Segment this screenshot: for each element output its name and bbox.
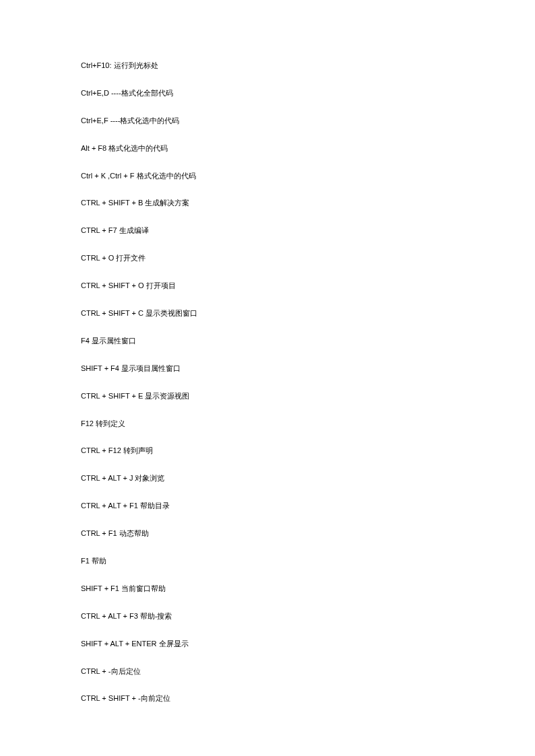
document-content: Ctrl+F10: 运行到光标处 Ctrl+E,D ----格式化全部代码 Ct… xyxy=(81,61,454,704)
shortcut-line: CTRL + F1 动态帮助 xyxy=(81,528,454,539)
shortcut-line: CTRL + ALT + F3 帮助-搜索 xyxy=(81,611,454,621)
shortcut-line: CTRL + F7 生成编译 xyxy=(81,226,454,236)
shortcut-line: CTRL + ALT + F1 帮助目录 xyxy=(81,501,454,511)
shortcut-line: CTRL + SHIFT + B 生成解决方案 xyxy=(81,198,454,208)
shortcut-line: Ctrl + K ,Ctrl + F 格式化选中的代码 xyxy=(81,171,454,181)
shortcut-line: CTRL + SHIFT + C 显示类视图窗口 xyxy=(81,308,454,318)
shortcut-line: Ctrl+F10: 运行到光标处 xyxy=(81,61,454,71)
shortcut-line: CTRL + SHIFT + O 打开项目 xyxy=(81,281,454,291)
shortcut-line: Ctrl+E,F ----格式化选中的代码 xyxy=(81,116,454,126)
shortcut-line: CTRL + -向后定位 xyxy=(81,666,454,677)
shortcut-line: CTRL + O 打开文件 xyxy=(81,253,454,263)
shortcut-line: CTRL + SHIFT + -向前定位 xyxy=(81,693,454,703)
shortcut-line: Ctrl+E,D ----格式化全部代码 xyxy=(81,88,454,98)
shortcut-line: SHIFT + F4 显示项目属性窗口 xyxy=(81,364,454,374)
shortcut-line: F12 转到定义 xyxy=(81,419,454,429)
shortcut-line: F4 显示属性窗口 xyxy=(81,336,454,346)
shortcut-line: CTRL + ALT + J 对象浏览 xyxy=(81,473,454,483)
shortcut-line: CTRL + SHIFT + E 显示资源视图 xyxy=(81,391,454,401)
shortcut-line: F1 帮助 xyxy=(81,556,454,566)
shortcut-line: SHIFT + F1 当前窗口帮助 xyxy=(81,584,454,594)
shortcut-line: CTRL + F12 转到声明 xyxy=(81,446,454,456)
shortcut-line: SHIFT + ALT + ENTER 全屏显示 xyxy=(81,639,454,649)
shortcut-line: Alt + F8 格式化选中的代码 xyxy=(81,143,454,153)
